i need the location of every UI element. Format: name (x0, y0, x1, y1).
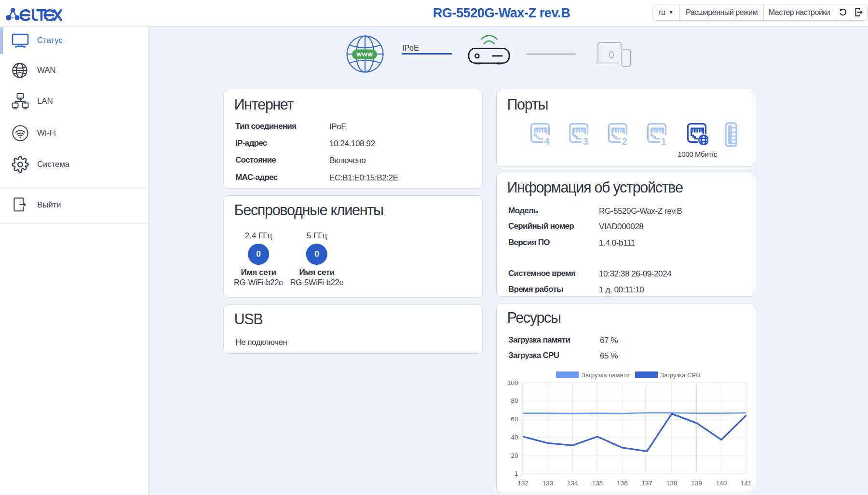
svg-text:20: 20 (511, 452, 518, 459)
svg-text:60: 60 (511, 415, 518, 423)
svg-text:137: 137 (641, 480, 652, 487)
svg-text:135: 135 (592, 480, 603, 487)
svg-text:100: 100 (507, 379, 518, 386)
svg-text:www: www (356, 50, 373, 58)
svg-text:40: 40 (511, 434, 518, 441)
svg-text:132: 132 (517, 480, 529, 487)
svg-text:140: 140 (716, 480, 727, 487)
svg-text:138: 138 (666, 480, 678, 487)
svg-text:Загрузка памяти: Загрузка памяти (582, 371, 630, 379)
svg-text:1: 1 (515, 470, 518, 477)
svg-text:141: 141 (741, 480, 752, 487)
svg-text:133: 133 (542, 480, 554, 487)
svg-text:2: 2 (622, 136, 627, 146)
svg-text:Загрузка CPU: Загрузка CPU (660, 371, 701, 379)
svg-text:80: 80 (511, 397, 518, 404)
svg-text:136: 136 (617, 480, 628, 487)
svg-text:4: 4 (544, 136, 550, 146)
svg-text:1: 1 (661, 136, 666, 146)
svg-text:139: 139 (691, 480, 702, 487)
svg-text:134: 134 (567, 480, 578, 487)
svg-text:3: 3 (583, 136, 588, 146)
